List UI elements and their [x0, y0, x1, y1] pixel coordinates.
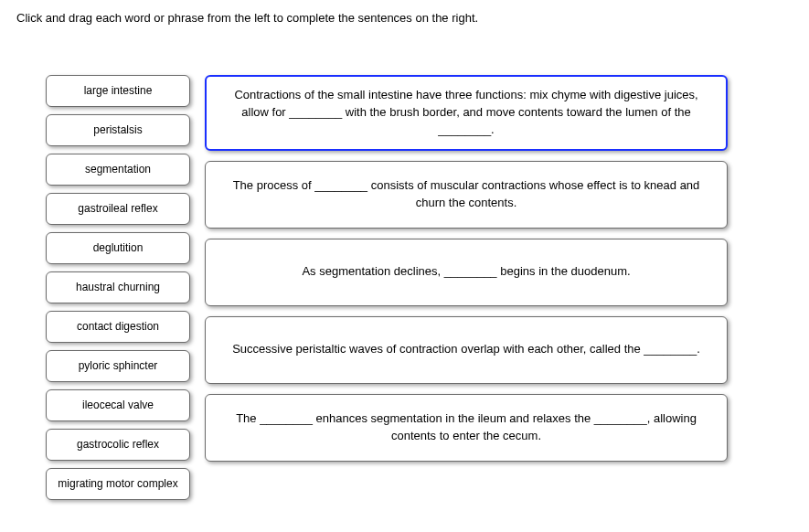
target-sentence[interactable]: Contractions of the small intestine have… — [205, 75, 728, 151]
draggable-word[interactable]: segmentation — [46, 154, 190, 186]
target-sentences-area: Contractions of the small intestine have… — [205, 75, 728, 462]
draggable-word[interactable]: haustral churning — [46, 271, 190, 303]
draggable-word[interactable]: gastrocolic reflex — [46, 429, 190, 461]
draggable-word[interactable]: peristalsis — [46, 114, 190, 146]
word-bank: large intestine peristalsis segmentation… — [46, 75, 190, 500]
draggable-word[interactable]: ileocecal valve — [46, 389, 190, 421]
draggable-word[interactable]: pyloric sphincter — [46, 350, 190, 382]
draggable-word[interactable]: gastroileal reflex — [46, 193, 190, 225]
target-sentence[interactable]: As segmentation declines, ________ begin… — [205, 239, 728, 306]
draggable-word[interactable]: migrating motor complex — [46, 468, 190, 500]
target-sentence[interactable]: Successive peristaltic waves of contract… — [205, 316, 728, 384]
draggable-word[interactable]: large intestine — [46, 75, 190, 107]
instructions-text: Click and drag each word or phrase from … — [13, 11, 796, 25]
drag-drop-container: large intestine peristalsis segmentation… — [13, 75, 796, 500]
draggable-word[interactable]: contact digestion — [46, 311, 190, 343]
target-sentence[interactable]: The ________ enhances segmentation in th… — [205, 394, 728, 462]
target-sentence[interactable]: The process of ________ consists of musc… — [205, 161, 728, 229]
draggable-word[interactable]: deglutition — [46, 232, 190, 264]
